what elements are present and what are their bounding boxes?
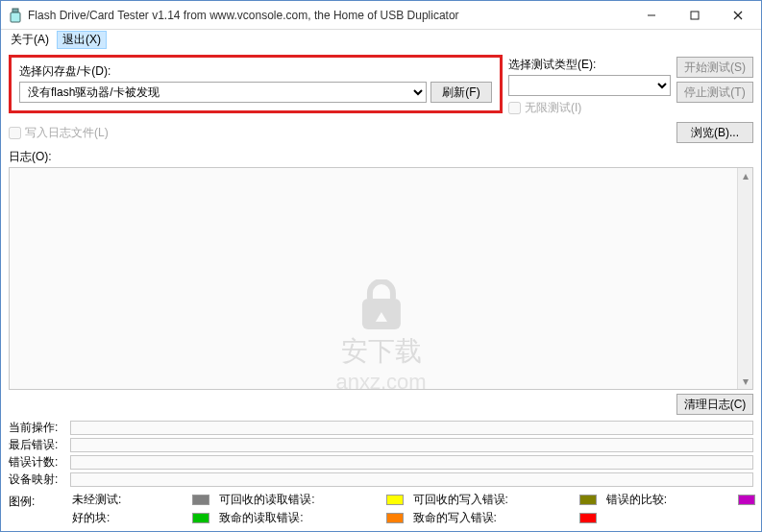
legend-fatal-write-swatch bbox=[579, 513, 597, 523]
device-map-value bbox=[70, 472, 753, 487]
legend-fatal-write-label: 致命的写入错误: bbox=[413, 510, 568, 526]
menu-about[interactable]: 关于(A) bbox=[5, 31, 55, 49]
maximize-button[interactable] bbox=[673, 2, 716, 29]
legend-good-block-swatch bbox=[192, 513, 209, 523]
log-scrollbar[interactable]: ▴ ▾ bbox=[737, 168, 752, 389]
legend-rec-write-label: 可回收的写入错误: bbox=[413, 492, 568, 508]
log-textarea[interactable]: ▴ ▾ bbox=[9, 167, 753, 390]
unlimited-test-label: 无限测试(I) bbox=[525, 100, 581, 116]
legend-rec-write-swatch bbox=[579, 495, 597, 505]
svg-rect-3 bbox=[691, 12, 699, 19]
log-label: 日志(O): bbox=[9, 149, 753, 165]
legend-rec-read-label: 可回收的读取错误: bbox=[219, 492, 374, 508]
svg-rect-0 bbox=[12, 9, 18, 12]
scroll-down-icon[interactable]: ▾ bbox=[738, 374, 752, 389]
app-icon bbox=[9, 8, 22, 23]
legend-rec-read-swatch bbox=[386, 495, 404, 505]
write-log-label: 写入日志文件(L) bbox=[25, 125, 109, 141]
titlebar: Flash Drive/Card Tester v1.14 from www.v… bbox=[1, 1, 761, 30]
stop-test-button[interactable]: 停止测试(T) bbox=[676, 82, 753, 103]
legend-fatal-read-label: 致命的读取错误: bbox=[219, 510, 374, 526]
device-map-label: 设备映射: bbox=[9, 472, 66, 488]
menubar: 关于(A) 退出(X) bbox=[1, 30, 761, 49]
close-button[interactable] bbox=[716, 2, 759, 29]
scroll-up-icon[interactable]: ▴ bbox=[738, 168, 752, 183]
clear-log-button[interactable]: 清理日志(C) bbox=[676, 394, 753, 415]
legend-fatal-read-swatch bbox=[386, 513, 404, 523]
legend-untested-label: 未经测试: bbox=[72, 492, 181, 508]
minimize-button[interactable] bbox=[629, 2, 673, 29]
start-test-button[interactable]: 开始测试(S) bbox=[676, 57, 753, 78]
error-count-label: 错误计数: bbox=[9, 454, 66, 471]
flash-drive-select[interactable]: 没有flash驱动器/卡被发现 bbox=[19, 82, 427, 103]
legend-label: 图例: bbox=[9, 492, 66, 510]
legend-err-compare-swatch bbox=[738, 495, 755, 505]
last-error-value bbox=[70, 438, 753, 452]
last-error-label: 最后错误: bbox=[9, 437, 66, 453]
legend-untested-swatch bbox=[192, 495, 209, 505]
window-title: Flash Drive/Card Tester v1.14 from www.v… bbox=[28, 9, 629, 22]
current-op-label: 当前操作: bbox=[9, 420, 66, 436]
legend-grid: 未经测试: 可回收的读取错误: 可回收的写入错误: 错误的比较: 好的块: 致命… bbox=[72, 492, 753, 526]
unlimited-test-checkbox[interactable] bbox=[508, 102, 521, 114]
select-flash-highlight: 选择闪存盘/卡(D): 没有flash驱动器/卡被发现 刷新(F) bbox=[9, 55, 503, 113]
write-log-checkbox[interactable] bbox=[9, 127, 21, 139]
svg-rect-1 bbox=[11, 12, 20, 22]
refresh-button[interactable]: 刷新(F) bbox=[430, 82, 492, 103]
browse-button[interactable]: 浏览(B)... bbox=[676, 122, 753, 143]
menu-exit[interactable]: 退出(X) bbox=[57, 31, 107, 49]
test-type-select[interactable] bbox=[508, 75, 671, 96]
select-flash-label: 选择闪存盘/卡(D): bbox=[19, 63, 492, 80]
current-op-value bbox=[70, 421, 753, 435]
legend-good-block-label: 好的块: bbox=[72, 510, 181, 526]
legend-err-compare-label: 错误的比较: bbox=[606, 492, 726, 508]
test-type-label: 选择测试类型(E): bbox=[508, 58, 596, 71]
error-count-value bbox=[70, 455, 753, 470]
unlimited-test-row: 无限测试(I) bbox=[508, 100, 671, 116]
